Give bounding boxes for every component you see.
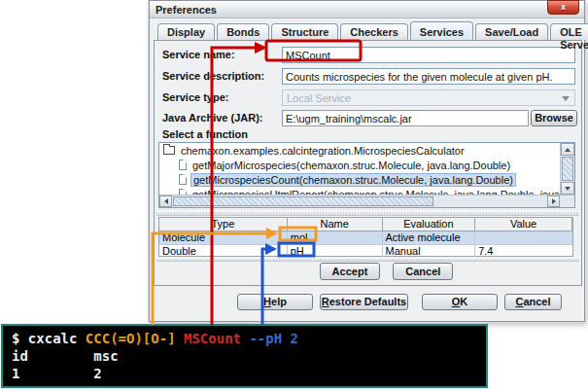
tab-bonds[interactable]: Bonds xyxy=(217,23,269,40)
col-header-name[interactable]: Name xyxy=(288,218,383,231)
file-icon xyxy=(179,160,187,170)
function-list[interactable]: chemaxon.examples.calcintegration.Micros… xyxy=(158,142,575,208)
scroll-left-button[interactable] xyxy=(159,196,172,207)
accept-row: Accept Cancel xyxy=(173,263,588,281)
scroll-right-icon xyxy=(552,198,556,204)
file-icon xyxy=(179,174,187,185)
help-button[interactable]: Help xyxy=(237,294,313,310)
ok-button[interactable]: OK xyxy=(422,294,498,310)
jar-label: Java Archive (JAR): xyxy=(158,112,282,124)
scroll-up-icon xyxy=(565,148,571,152)
tab-display[interactable]: Display xyxy=(157,23,215,40)
jar-path-input[interactable]: E:\ugm_training\mscalc.jar xyxy=(282,110,529,126)
close-icon: x xyxy=(561,2,566,12)
col-header-evaluation[interactable]: Evaluation xyxy=(383,218,476,231)
service-description-label: Service description: xyxy=(158,70,282,82)
tab-services[interactable]: Services xyxy=(410,21,473,40)
service-name-input[interactable]: MSCount xyxy=(282,47,575,63)
scroll-down-icon xyxy=(565,187,571,191)
service-name-label: Service name: xyxy=(158,49,282,60)
footer-cancel-button[interactable]: Cancel xyxy=(504,294,562,310)
service-type-select[interactable]: Local Service xyxy=(282,89,575,106)
tree-item-getmicrospecieshtmlreport[interactable]: getMicrospeciesHtmlReport(chemaxon.struc… xyxy=(159,187,560,195)
vertical-scrollbar[interactable] xyxy=(560,143,574,195)
terminal-command-line: $ cxcalc CCC(=O)[O-] MSCount --pH 2 xyxy=(12,330,477,347)
scroll-right-button[interactable] xyxy=(547,196,560,207)
mol-name-cell: mol xyxy=(288,231,383,244)
splitter-divider[interactable] xyxy=(156,211,579,216)
services-tab-panel: Service name: MSCount Service descriptio… xyxy=(154,40,582,286)
select-function-label: Select a function xyxy=(162,128,248,140)
scroll-down-button[interactable] xyxy=(561,182,574,195)
scroll-up-button[interactable] xyxy=(561,143,574,156)
footer-button-row: Help Restore Defaults OK Cancel xyxy=(150,294,584,311)
browse-button[interactable]: Browse xyxy=(531,110,577,126)
tab-oleserver[interactable]: OLE Server xyxy=(550,23,588,40)
terminal-output-header: id msc xyxy=(12,347,477,365)
ph-name-cell: pH xyxy=(288,245,383,257)
terminal-window[interactable]: $ cxcalc CCC(=O)[O-] MSCount --pH 2 id m… xyxy=(1,324,488,388)
tab-bar: Display Bonds Structure Checkers Service… xyxy=(157,23,588,40)
function-list-viewport: chemaxon.examples.calcintegration.Micros… xyxy=(159,143,560,195)
tab-structure[interactable]: Structure xyxy=(271,23,338,40)
table-row-molecule[interactable]: Molecule mol Active molecule xyxy=(159,231,572,244)
close-button[interactable]: x xyxy=(547,0,579,15)
service-type-value: Local Service xyxy=(287,92,351,104)
tab-checkers[interactable]: Checkers xyxy=(340,23,408,40)
params-table: Type Name Evaluation Value Molecule mol … xyxy=(158,217,573,257)
table-resize-grip[interactable] xyxy=(156,258,579,262)
preferences-dialog: Preferences x Display Bonds Structure Ch… xyxy=(149,0,585,322)
tree-item-getmajormicrospecies[interactable]: getMajorMicrospecies(chemaxon.struc.Mole… xyxy=(159,158,560,172)
service-argument: MSCount xyxy=(176,331,250,346)
accept-button[interactable]: Accept xyxy=(320,263,381,280)
restore-defaults-button[interactable]: Restore Defaults xyxy=(320,294,408,310)
horizontal-scrollbar[interactable] xyxy=(159,195,574,207)
terminal-prompt: $ cxcalc xyxy=(12,331,86,346)
service-description-input[interactable]: Counts microspecies for the given molecu… xyxy=(282,68,575,85)
horizontal-scroll-thumb[interactable] xyxy=(173,196,433,206)
smiles-argument: CCC(=O)[O-] xyxy=(86,331,176,346)
tree-item-getmicrospeciescount[interactable]: getMicrospeciesCount(chemaxon.struc.Mole… xyxy=(159,172,560,187)
folder-icon xyxy=(163,146,175,155)
tree-item-root[interactable]: chemaxon.examples.calcintegration.Micros… xyxy=(159,143,560,158)
dialog-titlebar[interactable]: Preferences x xyxy=(150,1,584,18)
chevron-down-icon xyxy=(562,96,570,101)
params-table-header: Type Name Evaluation Value xyxy=(159,218,572,231)
col-header-type[interactable]: Type xyxy=(159,218,288,231)
terminal-output-result: 1 2 xyxy=(12,365,477,382)
service-type-label: Service type: xyxy=(158,91,282,103)
ph-option-argument: --pH 2 xyxy=(249,331,298,346)
cancel-button[interactable]: Cancel xyxy=(393,263,453,280)
scroll-left-icon xyxy=(164,198,168,204)
col-header-value[interactable]: Value xyxy=(475,218,572,231)
window-title: Preferences xyxy=(156,4,217,16)
tab-saveload[interactable]: Save/Load xyxy=(475,23,548,40)
vertical-scroll-thumb[interactable] xyxy=(562,157,573,181)
table-row-double[interactable]: Double pH Manual 7.4 xyxy=(159,244,572,257)
